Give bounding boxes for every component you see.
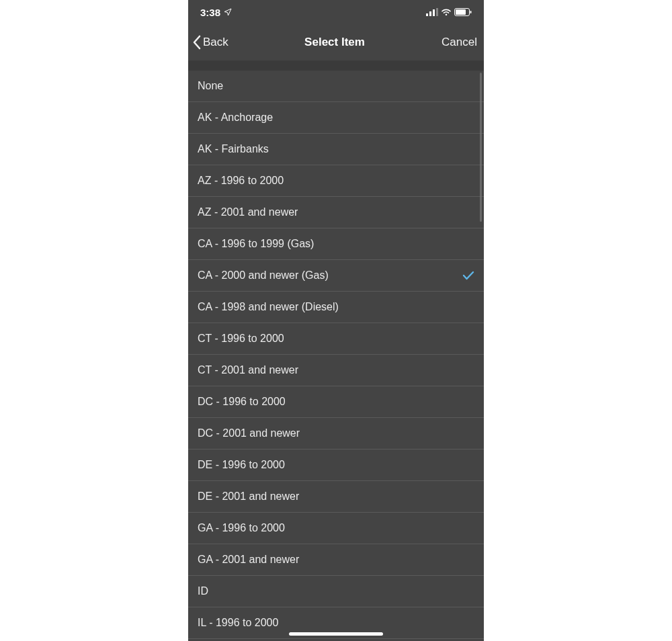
list-item[interactable]: ID (188, 576, 484, 607)
list-item[interactable]: DC - 1996 to 2000 (188, 386, 484, 418)
list-item[interactable]: AZ - 1996 to 2000 (188, 165, 484, 197)
status-time: 3:38 (200, 7, 220, 18)
list-item[interactable]: GA - 1996 to 2000 (188, 513, 484, 544)
svg-rect-3 (436, 8, 438, 16)
list-item-label: DC - 2001 and newer (198, 427, 300, 439)
phone-screen: 3:38 (188, 0, 484, 641)
list-item-label: IL - 1996 to 2000 (198, 617, 278, 629)
list-item[interactable]: DE - 2001 and newer (188, 481, 484, 513)
list-item-label: ID (198, 585, 208, 597)
list-item[interactable]: CA - 1996 to 1999 (Gas) (188, 228, 484, 260)
list-item[interactable]: DE - 1996 to 2000 (188, 450, 484, 481)
list-item[interactable]: CT - 1996 to 2000 (188, 323, 484, 355)
list-item-label: CA - 2000 and newer (Gas) (198, 269, 329, 282)
list-item[interactable]: CA - 2000 and newer (Gas) (188, 260, 484, 292)
list-item-label: GA - 2001 and newer (198, 554, 299, 566)
list-item-label: DC - 1996 to 2000 (198, 396, 286, 408)
list-item-label: CA - 1998 and newer (Diesel) (198, 301, 339, 313)
svg-rect-2 (433, 9, 435, 16)
nav-bar: Back Select Item Cancel (188, 24, 484, 60)
list-item-label: AZ - 1996 to 2000 (198, 175, 284, 187)
list-item-label: AK - Fairbanks (198, 143, 269, 155)
status-left: 3:38 (200, 7, 232, 18)
list-item[interactable]: CA - 1998 and newer (Diesel) (188, 292, 484, 323)
location-arrow-icon (224, 8, 232, 16)
svg-rect-1 (429, 11, 431, 16)
list-item-label: DE - 2001 and newer (198, 490, 299, 503)
list-item-label: GA - 1996 to 2000 (198, 522, 285, 534)
list-item[interactable]: None (188, 71, 484, 102)
battery-icon (454, 8, 472, 16)
list-item[interactable]: AK - Fairbanks (188, 134, 484, 165)
list-item-label: CT - 2001 and newer (198, 364, 298, 376)
back-label: Back (203, 36, 228, 49)
back-button[interactable]: Back (192, 35, 246, 50)
list-item-label: AK - Anchorage (198, 112, 273, 124)
list-item[interactable]: CT - 2001 and newer (188, 355, 484, 386)
wifi-icon (441, 8, 452, 16)
list-item-label: None (198, 80, 223, 92)
cancel-button[interactable]: Cancel (423, 36, 477, 49)
item-list[interactable]: NoneAK - AnchorageAK - FairbanksAZ - 199… (188, 71, 484, 639)
status-right (426, 8, 472, 16)
checkmark-icon (462, 271, 474, 280)
svg-rect-6 (470, 11, 472, 13)
cellular-signal-icon (426, 8, 438, 16)
list-item-label: CA - 1996 to 1999 (Gas) (198, 238, 314, 250)
list-item[interactable]: GA - 2001 and newer (188, 544, 484, 576)
svg-rect-0 (426, 13, 428, 16)
scroll-indicator[interactable] (480, 73, 482, 222)
nav-title: Select Item (246, 36, 423, 49)
list-item-label: DE - 1996 to 2000 (198, 459, 285, 471)
list-item[interactable]: AZ - 2001 and newer (188, 197, 484, 228)
list-item[interactable]: DC - 2001 and newer (188, 418, 484, 450)
list-item-label: CT - 1996 to 2000 (198, 333, 284, 345)
home-indicator[interactable] (289, 632, 383, 636)
status-bar: 3:38 (188, 0, 484, 24)
list-item-label: AZ - 2001 and newer (198, 206, 298, 218)
list-item[interactable]: AK - Anchorage (188, 102, 484, 134)
chevron-left-icon (192, 35, 202, 50)
section-gap (188, 60, 484, 71)
svg-rect-5 (456, 9, 466, 15)
